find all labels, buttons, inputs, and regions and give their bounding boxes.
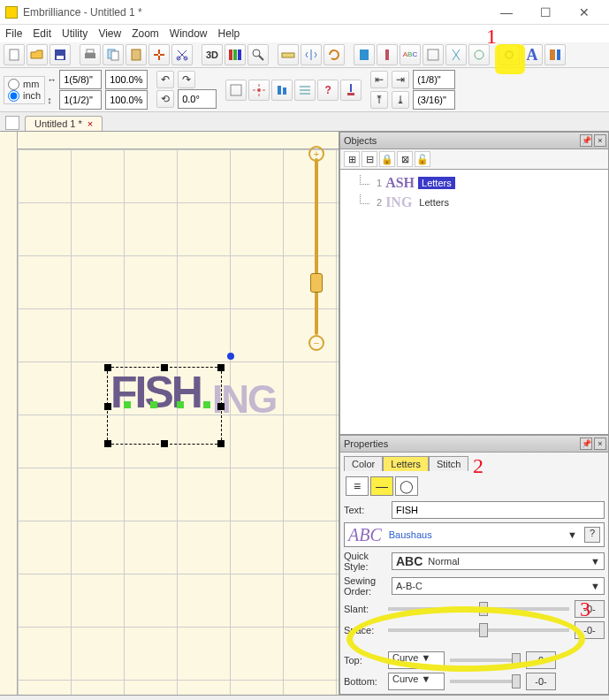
paste-button[interactable]	[126, 44, 147, 65]
height-pct-input[interactable]	[105, 90, 148, 110]
obj-lock-button[interactable]: 🔒	[379, 151, 395, 167]
menu-view[interactable]: View	[98, 27, 121, 40]
mirror-button[interactable]	[445, 44, 467, 65]
center-button[interactable]	[248, 80, 270, 101]
simulate-button[interactable]	[340, 80, 362, 101]
letter-tool-button[interactable]: A	[521, 44, 543, 65]
font-selector[interactable]: ABC Baushaus ▼ ?	[344, 522, 605, 547]
menu-zoom[interactable]: Zoom	[132, 27, 159, 40]
text-input[interactable]	[392, 501, 605, 519]
tab-stitch[interactable]: Stitch	[429, 456, 469, 471]
abc-colors-button[interactable]: ABC	[400, 44, 421, 65]
distribute-button[interactable]	[294, 80, 316, 101]
nudge-v-input[interactable]	[413, 90, 455, 110]
slant-label: Slant:	[344, 604, 383, 614]
nudge-right-button[interactable]: ⇥	[392, 71, 409, 88]
slant-slider[interactable]	[388, 607, 569, 611]
help-button[interactable]: ?	[317, 80, 339, 101]
sewing-order-select[interactable]: A-B-C▼	[392, 577, 605, 595]
objects-tree[interactable]: 1 ASH Letters 2 ING Letters	[339, 170, 609, 435]
distribute-icon	[298, 83, 312, 97]
dropdown-icon[interactable]: ▼	[567, 529, 577, 540]
zoom-slider-thumb[interactable]	[310, 273, 323, 293]
nudge-h-input[interactable]	[413, 70, 455, 89]
new-button[interactable]	[4, 44, 25, 65]
rotate-button[interactable]	[324, 44, 345, 65]
rotate-angle-button[interactable]: ⟲	[156, 90, 174, 108]
bottom-mode-select[interactable]: Curve ▼	[388, 673, 445, 690]
slant-value[interactable]: -0-	[575, 600, 605, 618]
redo-button[interactable]: ↷	[178, 71, 195, 88]
menu-utility[interactable]: Utility	[62, 27, 88, 40]
panel-close-icon[interactable]: ×	[594, 134, 606, 147]
carousel-button[interactable]	[468, 44, 490, 65]
panel-pin-icon[interactable]: 📌	[580, 134, 592, 147]
maximize-button[interactable]: ☐	[526, 1, 565, 24]
colors-button[interactable]	[225, 44, 246, 65]
selection-box[interactable]	[107, 367, 222, 445]
object-item-2[interactable]: 2 ING Letters	[344, 193, 605, 212]
width-input[interactable]	[59, 70, 102, 89]
height-input[interactable]	[59, 90, 102, 110]
flip-button[interactable]	[301, 44, 322, 65]
tab-color[interactable]: Color	[344, 456, 383, 471]
bottom-value[interactable]: -0-	[526, 673, 556, 690]
top-slider[interactable]	[450, 658, 521, 662]
align-button[interactable]	[271, 80, 293, 101]
width-pct-input[interactable]	[105, 70, 148, 89]
bottom-slider[interactable]	[450, 680, 521, 683]
menu-window[interactable]: Window	[170, 27, 208, 40]
3d-button[interactable]: 3D	[202, 44, 223, 65]
library-button[interactable]	[354, 44, 375, 65]
design-button[interactable]	[544, 44, 566, 65]
object-item-1[interactable]: 1 ASH Letters	[344, 173, 605, 193]
zoom-button[interactable]	[247, 44, 269, 65]
panel-pin-icon[interactable]: 📌	[580, 438, 592, 450]
svg-rect-7	[132, 49, 141, 60]
top-value[interactable]: -0-	[526, 651, 556, 669]
mode-straight-button[interactable]: —	[370, 476, 393, 496]
panel-close-icon[interactable]: ×	[594, 438, 606, 450]
settings-button[interactable]	[499, 44, 520, 65]
zoom-slider[interactable]: + −	[310, 158, 323, 335]
obj-expand-button[interactable]: ⊞	[344, 151, 360, 167]
copy-button[interactable]	[103, 44, 124, 65]
menu-edit[interactable]: Edit	[33, 27, 51, 40]
nudge-left-button[interactable]: ⇤	[370, 71, 388, 88]
unit-mm[interactable]: mm	[8, 79, 41, 90]
obj-unlock-button[interactable]: 🔓	[415, 151, 430, 167]
close-tab-icon[interactable]: ×	[88, 118, 93, 129]
trim-button[interactable]	[171, 44, 193, 65]
mode-circle-button[interactable]: ◯	[395, 476, 418, 496]
quick-style-select[interactable]: ABC Normal ▼	[392, 552, 605, 570]
close-button[interactable]: ✕	[565, 1, 604, 24]
mode-lines-button[interactable]: ≡	[346, 476, 369, 496]
document-tab[interactable]: Untitled 1 *×	[25, 116, 103, 131]
canvas[interactable]: + − FISH ING	[0, 132, 339, 695]
hoop-button[interactable]	[225, 80, 247, 101]
minimize-button[interactable]: —	[487, 1, 526, 24]
nudge-down-button[interactable]: ⤓	[392, 91, 409, 109]
obj-hide-button[interactable]: ⊠	[397, 151, 413, 167]
open-button[interactable]	[27, 44, 48, 65]
space-value[interactable]: -0-	[575, 621, 605, 639]
nudge-up-button[interactable]: ⤒	[370, 91, 388, 109]
print-button[interactable]	[80, 44, 101, 65]
artwork[interactable]: FISH ING	[110, 370, 270, 441]
menu-file[interactable]: File	[5, 27, 22, 40]
ruler-button[interactable]	[278, 44, 299, 65]
top-mode-select[interactable]: Curve ▼	[388, 651, 445, 669]
unit-inch[interactable]: inch	[8, 90, 41, 102]
rotate-handle[interactable]	[227, 353, 234, 360]
obj-collapse-button[interactable]: ⊟	[362, 151, 377, 167]
tab-letters[interactable]: Letters	[383, 456, 429, 471]
undo-button[interactable]: ↶	[156, 71, 174, 88]
menu-help[interactable]: Help	[218, 27, 240, 40]
merge-button[interactable]	[148, 44, 170, 65]
angle-input[interactable]	[178, 89, 217, 109]
space-slider[interactable]	[388, 628, 569, 632]
font-help-button[interactable]: ?	[584, 527, 600, 543]
thread-button[interactable]	[377, 44, 398, 65]
group-button[interactable]	[422, 44, 444, 65]
save-button[interactable]	[49, 44, 71, 65]
